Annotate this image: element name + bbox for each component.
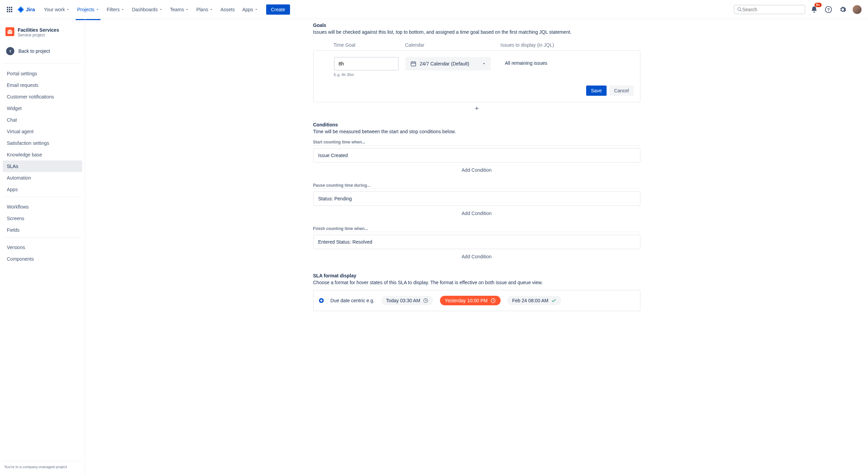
conditions-desc: Time will be measured between the start …: [313, 129, 640, 134]
settings-button[interactable]: [837, 4, 848, 15]
example-pill-done: Feb 24 08:00 AM: [507, 296, 562, 305]
divider: [3, 237, 81, 238]
add-goal-button[interactable]: [313, 102, 640, 114]
notification-badge: 9+: [814, 3, 822, 7]
sidebar-item-knowledge-base[interactable]: Knowledge base: [3, 149, 82, 160]
nav-item-assets[interactable]: Assets: [217, 5, 238, 14]
search-box[interactable]: [734, 5, 805, 14]
sla-format-option[interactable]: Due date centric e.g. Today 03:30 AM Yes…: [313, 290, 640, 311]
check-icon: [551, 298, 557, 303]
sidebar-item-automation[interactable]: Automation: [3, 172, 82, 184]
chevron-down-icon: [482, 62, 486, 66]
nav-item-plans[interactable]: Plans: [193, 5, 216, 14]
header-calendar: Calendar: [405, 42, 501, 48]
back-label: Back to project: [18, 48, 50, 54]
sidebar-item-chat[interactable]: Chat: [3, 114, 82, 126]
chevron-down-icon: [121, 8, 124, 11]
back-arrow-icon: [6, 47, 14, 55]
issues-jql-value: All remaining issues: [501, 57, 634, 66]
sidebar-item-email-requests[interactable]: Email requests: [3, 79, 82, 91]
top-nav: Jira Your workProjectsFiltersDashboardsT…: [0, 0, 868, 19]
example-pill-today: Today 03:30 AM: [381, 296, 433, 305]
sidebar-group-1: Portal settingsEmail requestsCustomer no…: [3, 68, 82, 195]
svg-rect-2: [11, 7, 12, 8]
sidebar: Facilities Services Service project Back…: [0, 19, 85, 475]
svg-point-9: [738, 7, 741, 11]
nav-item-your-work[interactable]: Your work: [41, 5, 73, 14]
sidebar-item-screens[interactable]: Screens: [3, 213, 82, 224]
app-switcher-icon[interactable]: [5, 5, 14, 14]
cancel-button[interactable]: Cancel: [609, 86, 634, 96]
save-button[interactable]: Save: [586, 86, 607, 96]
pause-condition-label: Pause counting time during...: [313, 183, 640, 189]
time-goal-input[interactable]: [334, 57, 399, 71]
content: Goals Issues will be checked against thi…: [85, 19, 868, 475]
jira-logo-text: Jira: [26, 6, 35, 12]
nav-item-label: Plans: [196, 7, 208, 12]
pause-condition-value[interactable]: Status: Pending: [313, 191, 640, 206]
avatar-icon: [853, 5, 862, 14]
nav-item-label: Projects: [77, 7, 94, 12]
svg-rect-13: [411, 62, 416, 66]
nav-item-label: Apps: [242, 7, 253, 12]
time-goal-example: E.g. 4h 30m: [334, 73, 406, 77]
example-pill-overdue: Yesterday 10:00 PM: [440, 296, 501, 305]
clock-icon: [490, 298, 496, 303]
clock-icon: [423, 298, 428, 303]
notifications-button[interactable]: 9+: [809, 4, 820, 15]
sidebar-item-customer-notifications[interactable]: Customer notifications: [3, 91, 82, 103]
sidebar-item-virtual-agent[interactable]: Virtual agent: [3, 126, 82, 137]
pill-text: Feb 24 08:00 AM: [512, 298, 549, 303]
svg-rect-0: [7, 7, 8, 8]
calendar-icon: [410, 61, 416, 67]
calendar-select[interactable]: 24/7 Calendar (Default): [406, 57, 491, 71]
start-condition-label: Start counting time when...: [313, 140, 640, 145]
finish-condition-value[interactable]: Entered Status: Resolved: [313, 235, 640, 249]
sidebar-item-workflows[interactable]: Workflows: [3, 201, 82, 213]
add-condition-pause[interactable]: Add Condition: [313, 206, 640, 221]
pill-text: Today 03:30 AM: [386, 298, 420, 303]
sidebar-item-slas[interactable]: SLAs: [3, 160, 82, 172]
sidebar-item-apps[interactable]: Apps: [3, 184, 82, 195]
back-to-project[interactable]: Back to project: [3, 44, 82, 58]
project-icon: [5, 27, 14, 36]
start-condition-value[interactable]: Issue Created: [313, 148, 640, 163]
nav-item-projects[interactable]: Projects: [74, 5, 103, 14]
sla-format-option-label: Due date centric e.g.: [331, 298, 375, 303]
nav-item-filters[interactable]: Filters: [103, 5, 128, 14]
radio-selected-icon: [319, 298, 324, 303]
goal-headers: Time Goal Calendar Issues to display (in…: [313, 40, 640, 50]
calendar-value: 24/7 Calendar (Default): [420, 61, 478, 66]
nav-item-label: Filters: [107, 7, 120, 12]
add-condition-finish[interactable]: Add Condition: [313, 249, 640, 264]
jira-logo[interactable]: Jira: [17, 6, 35, 13]
add-condition-start[interactable]: Add Condition: [313, 163, 640, 178]
search-input[interactable]: [742, 7, 802, 12]
sidebar-item-portal-settings[interactable]: Portal settings: [3, 68, 82, 79]
sidebar-group-3: VersionsComponents: [3, 242, 82, 265]
gear-icon: [839, 6, 847, 13]
nav-item-label: Your work: [44, 7, 65, 12]
nav-item-dashboards[interactable]: Dashboards: [128, 5, 166, 14]
chevron-down-icon: [210, 8, 213, 11]
svg-rect-3: [7, 9, 8, 10]
help-button[interactable]: ?: [823, 4, 834, 15]
plus-icon: [474, 106, 479, 111]
finish-condition-label: Finish counting time when...: [313, 226, 640, 232]
goals-desc: Issues will be checked against this list…: [313, 29, 640, 35]
divider: [3, 197, 81, 197]
create-button[interactable]: Create: [266, 4, 290, 15]
sidebar-item-widget[interactable]: Widget: [3, 103, 82, 114]
sidebar-item-satisfaction-settings[interactable]: Satisfaction settings: [3, 137, 82, 149]
svg-rect-6: [7, 11, 8, 12]
sidebar-item-versions[interactable]: Versions: [3, 242, 82, 253]
profile-button[interactable]: [852, 4, 863, 15]
project-header[interactable]: Facilities Services Service project: [3, 26, 82, 43]
nav-item-teams[interactable]: Teams: [167, 5, 192, 14]
chevron-down-icon: [66, 8, 70, 11]
nav-item-apps[interactable]: Apps: [239, 5, 261, 14]
sidebar-item-fields[interactable]: Fields: [3, 224, 82, 236]
svg-rect-4: [9, 9, 10, 10]
chevron-down-icon: [185, 8, 189, 11]
sidebar-item-components[interactable]: Components: [3, 253, 82, 265]
